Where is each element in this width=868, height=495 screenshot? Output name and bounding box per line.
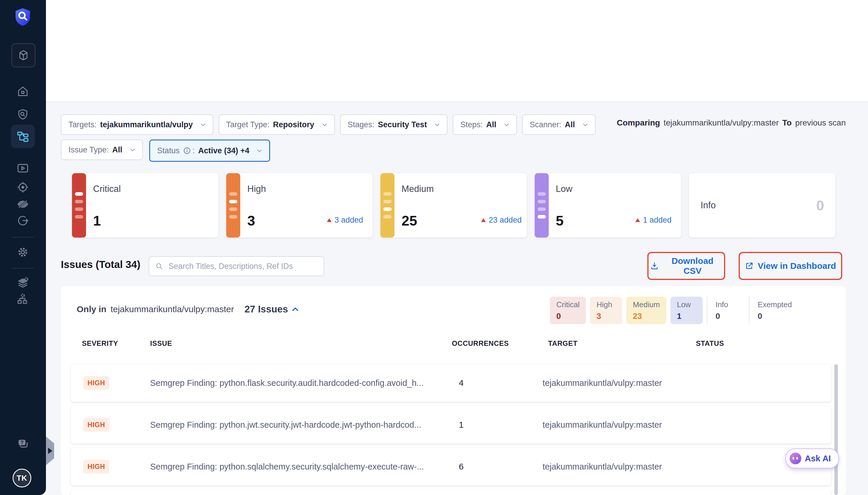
chevron-down-icon (504, 123, 509, 126)
critical-meter-icon (72, 173, 86, 238)
gear-icon (16, 246, 29, 259)
filter-bar-row2: Issue Type:All Status : Active (34) +4 (61, 139, 270, 162)
exit-icon (16, 214, 29, 227)
triangle-up-icon (327, 218, 331, 222)
severity-summary-cards: Critical 1 High 3 3 added Medium 25 23 a… (72, 173, 835, 238)
filter-bar: Targets:tejakummarikuntla/vulpy Target T… (61, 114, 596, 135)
table-row[interactable]: MEDIUM Active debug code 4 tejakummariku… (71, 490, 831, 495)
high-count: 3 (247, 213, 255, 229)
severity-badge: HIGH (83, 418, 109, 432)
severity-pill-summary: Critical0 High3 Medium23 Low1 Info0 Exem… (550, 297, 802, 324)
svg-text:?: ? (20, 440, 23, 445)
table-row[interactable]: HIGH Semgrep Finding: python.flask.secur… (71, 364, 831, 402)
chevron-up-icon[interactable] (292, 307, 299, 311)
harness-sto-logo-icon[interactable] (13, 7, 33, 26)
view-in-dashboard-button[interactable]: View in Dashboard (743, 261, 838, 271)
getting-started-nav-item[interactable] (16, 214, 29, 227)
download-csv-button[interactable]: Download CSV (648, 256, 724, 276)
target-value: tejakummarikuntla/vulpy:master (543, 420, 662, 430)
chevron-down-icon (201, 123, 206, 126)
hierarchy-settings-icon (16, 293, 29, 305)
cube-icon (17, 49, 30, 62)
target-icon (16, 181, 29, 194)
low-meter-icon (535, 173, 549, 238)
targets-nav-item[interactable] (16, 181, 29, 194)
help-button[interactable]: ? (16, 438, 29, 450)
sidebar-divider (12, 268, 34, 269)
high-meter-icon (226, 173, 240, 238)
search-icon (155, 262, 163, 270)
subset-header[interactable]: Only in tejakummarikuntla/vulpy:master 2… (77, 304, 299, 315)
exemptions-nav-item[interactable] (16, 198, 29, 211)
info-count: 0 (816, 198, 824, 214)
pipelines-nav-item-active[interactable] (11, 125, 35, 148)
col-header-status: STATUS (696, 339, 724, 347)
issue-title[interactable]: Semgrep Finding: python.flask.security.a… (150, 378, 424, 388)
low-card[interactable]: Low 5 1 added (535, 173, 681, 238)
pill-info: Info0 (707, 297, 745, 324)
target-value: tejakummarikuntla/vulpy:master (543, 378, 662, 388)
home-icon (16, 85, 29, 98)
steps-filter-dropdown[interactable]: Steps:All (453, 114, 517, 135)
medium-card[interactable]: Medium 25 23 added (380, 173, 527, 238)
external-link-icon (745, 261, 753, 270)
ai-mascot-icon (789, 453, 801, 464)
settings-nav-item[interactable] (16, 246, 29, 259)
issue-type-filter-dropdown[interactable]: Issue Type:All (61, 139, 143, 160)
critical-count: 1 (93, 213, 101, 229)
pill-high: High3 (590, 297, 622, 324)
critical-card[interactable]: Critical 1 (72, 173, 218, 238)
table-row[interactable]: HIGH Semgrep Finding: python.sqlalchemy.… (71, 448, 831, 485)
col-header-occurrences: OCCURRENCES (452, 339, 509, 347)
home-nav-item[interactable] (16, 85, 29, 98)
search-input[interactable] (168, 261, 318, 271)
issue-title[interactable]: Semgrep Finding: python.jwt.security.jwt… (150, 420, 421, 430)
layers-settings-icon (16, 276, 29, 289)
target-value: tejakummarikuntla/vulpy:master (543, 462, 662, 472)
view-in-dashboard-annotation: View in Dashboard (739, 252, 842, 280)
triangle-up-icon (481, 218, 486, 222)
high-card[interactable]: High 3 3 added (226, 173, 373, 238)
module-switcher-button[interactable] (12, 43, 35, 67)
stages-filter-dropdown[interactable]: Stages:Security Test (340, 114, 447, 135)
left-nav-sidebar: ? TK (0, 0, 46, 495)
scanner-filter-dropdown[interactable]: Scanner:All (522, 114, 596, 135)
target-type-filter-dropdown[interactable]: Target Type:Repository (219, 114, 335, 135)
status-filter-dropdown[interactable]: Status : Active (34) +4 (149, 139, 270, 162)
info-card[interactable]: Info 0 (689, 173, 835, 238)
occurrences-value: 6 (455, 462, 467, 472)
table-row[interactable]: HIGH Semgrep Finding: python.jwt.securit… (71, 406, 831, 444)
pill-medium: Medium23 (626, 297, 666, 324)
test-targets-nav-item[interactable] (16, 108, 29, 121)
pill-exempted: Exempted0 (749, 297, 798, 324)
shield-search-icon (16, 108, 29, 121)
chevron-down-icon (130, 148, 135, 152)
executions-nav-item[interactable] (16, 162, 29, 175)
medium-meter-icon (380, 173, 394, 238)
comparing-target: tejakummarikuntla/vulpy:master (663, 118, 779, 127)
expand-arrow-icon (48, 448, 52, 454)
targets-filter-dropdown[interactable]: Targets:tejakummarikuntla/vulpy (61, 114, 213, 135)
comparing-label: Comparing tejakummarikuntla/vulpy:master… (617, 118, 846, 127)
pill-critical: Critical0 (550, 297, 586, 324)
issues-search[interactable] (149, 256, 324, 276)
ask-ai-button[interactable]: Ask AI (785, 448, 839, 468)
col-header-issue: ISSUE (150, 339, 172, 347)
chevron-down-icon (322, 123, 327, 126)
pill-low: Low1 (670, 297, 703, 324)
issue-title[interactable]: Semgrep Finding: python.sqlalchemy.secur… (150, 462, 424, 472)
medium-added: 23 added (481, 216, 522, 225)
high-added: 3 added (327, 216, 363, 225)
triangle-up-icon (635, 218, 640, 222)
user-avatar[interactable]: TK (13, 469, 31, 488)
chevron-down-icon (257, 149, 262, 152)
executions-icon (16, 162, 29, 175)
medium-count: 25 (402, 213, 417, 229)
default-settings-nav-item[interactable] (16, 276, 29, 289)
col-header-target: TARGET (548, 339, 577, 347)
comparing-baseline: previous scan (795, 118, 846, 127)
sidebar-divider (12, 237, 34, 238)
table-scrollbar[interactable] (834, 364, 838, 495)
help-chat-icon: ? (16, 438, 29, 450)
org-settings-nav-item[interactable] (16, 293, 29, 305)
